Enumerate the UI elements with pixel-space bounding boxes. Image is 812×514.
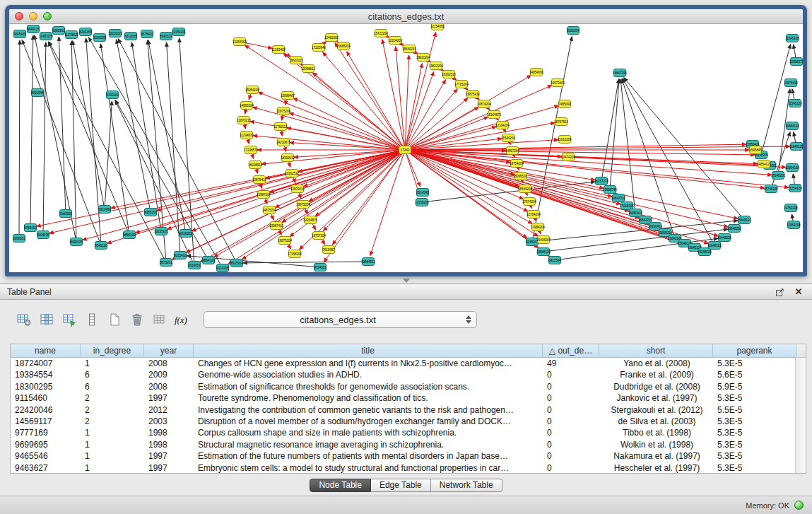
graph-node[interactable]: 11234870 [240, 132, 254, 139]
delete-table-icon[interactable] [129, 311, 146, 328]
graph-node[interactable]: 9385201 [144, 209, 157, 216]
graph-node[interactable]: 8021548 [31, 89, 44, 97]
table-row[interactable]: 1830029562008Estimation of significance … [11, 381, 795, 392]
graph-node[interactable]: 8490125 [70, 238, 83, 246]
column-header-in_degree[interactable]: in_degree [81, 344, 144, 358]
graph-node[interactable]: 17220648 [312, 44, 326, 52]
graph-node[interactable]: 16028514 [248, 161, 263, 169]
graph-node[interactable]: 8096520 [514, 173, 527, 180]
graph-node[interactable]: 13987410 [269, 222, 284, 230]
graph-node[interactable]: 2050051 [13, 235, 25, 243]
graph-node[interactable]: 8921504 [548, 257, 561, 264]
graph-node[interactable]: 7615487 [322, 246, 335, 254]
table-row[interactable]: 977716911998Corpus callosum shape and si… [11, 427, 795, 438]
table-row[interactable]: 969969511998Structural magnetic resonanc… [11, 439, 795, 450]
graph-node[interactable]: 8203155 [79, 28, 92, 36]
graph-node[interactable]: 15722204 [374, 30, 389, 37]
graph-node[interactable]: 13870215 [237, 117, 252, 124]
minimize-window-button[interactable] [29, 12, 37, 21]
graph-node[interactable]: 10220105 [108, 30, 123, 37]
column-header-short[interactable]: short [599, 344, 713, 358]
graph-node[interactable]: 2616052 [180, 230, 192, 238]
graph-node[interactable]: 10481178 [39, 33, 53, 40]
graph-node[interactable]: 1595845 [749, 146, 762, 154]
graph-node[interactable]: 11848120 [789, 143, 803, 151]
column-header-out_de[interactable]: △ out_de… [543, 344, 599, 358]
table-row[interactable]: 946554611997Estimation of the future num… [11, 450, 795, 462]
graph-node[interactable]: 10584120 [536, 248, 551, 256]
split-handle[interactable] [401, 279, 411, 283]
table-row[interactable]: 946362711997Embryonic stem cells: a mode… [11, 462, 795, 473]
graph-node[interactable]: 12870215 [290, 185, 305, 193]
graph-node[interactable]: 9285910 [52, 27, 65, 35]
column-header-title[interactable]: title [194, 344, 543, 358]
graph-node[interactable]: 16348205 [771, 172, 786, 180]
graph-node[interactable]: 12154093 [430, 24, 445, 30]
graph-node[interactable]: 15494204 [536, 236, 551, 244]
graph-node[interactable]: 8540129 [160, 33, 172, 40]
show-columns-icon[interactable] [38, 311, 55, 328]
graph-node[interactable]: 18754204 [510, 160, 524, 168]
graph-node[interactable]: 18757204 [312, 232, 326, 240]
graph-node[interactable]: 16640215 [402, 45, 417, 53]
graph-node[interactable]: 13984204 [531, 223, 546, 231]
graph-node[interactable]: 16950410 [628, 209, 643, 217]
graph-node[interactable]: 16157278 [594, 177, 609, 185]
table-row[interactable]: 1872400712008Changes of HCN gene express… [11, 358, 795, 369]
graph-node[interactable]: 14957204 [505, 147, 520, 155]
new-file-icon[interactable] [106, 311, 123, 328]
graph-node[interactable]: 11544204 [501, 134, 515, 142]
graph-node[interactable]: 11215408 [271, 46, 286, 54]
graph-node[interactable]: 13875204 [296, 201, 311, 209]
graph-hub-node[interactable]: 17240 [399, 146, 411, 154]
graph-node[interactable]: 14210875 [276, 139, 291, 146]
close-window-button[interactable] [15, 12, 23, 21]
graph-node[interactable]: 2103110 [106, 91, 119, 99]
table-row[interactable]: 2242004622012Investigating the contribut… [11, 404, 795, 416]
graph-node[interactable]: 16162515 [442, 71, 457, 78]
graph-node[interactable]: 8875201 [160, 259, 172, 267]
graph-node[interactable]: 18757513 [554, 118, 569, 126]
graph-node[interactable]: 12752112 [273, 123, 288, 131]
graph-node[interactable]: 9160352 [59, 210, 72, 218]
graph-node[interactable]: 10684120 [785, 122, 800, 130]
graph-node[interactable]: 12104204 [495, 122, 510, 129]
table-scrollbar[interactable] [795, 358, 806, 473]
graph-node[interactable]: 18610204 [416, 54, 431, 62]
graph-node[interactable]: 9724502 [314, 264, 326, 271]
graph-node[interactable]: 9545120 [95, 242, 107, 250]
graph-node[interactable]: 12784204 [526, 211, 541, 218]
graph-node[interactable]: 14985204 [240, 102, 254, 110]
graph-node[interactable]: 11279525 [64, 31, 78, 39]
graph-node[interactable]: 16875410 [466, 90, 481, 98]
graph-node[interactable]: 10474204 [561, 153, 576, 161]
window-titlebar[interactable]: citations_edges.txt [9, 9, 803, 24]
graph-node[interactable]: 10235105 [154, 228, 169, 235]
graph-node[interactable]: 9310205 [216, 264, 229, 272]
graph-node[interactable]: 15054108 [245, 86, 260, 94]
graph-node[interactable]: 12875410 [252, 176, 267, 184]
graph-node[interactable]: 17674204 [522, 198, 537, 206]
graph-node[interactable]: 12058612 [301, 65, 316, 73]
graph-node[interactable]: 8694201 [123, 231, 136, 239]
column-header-name[interactable]: name [11, 344, 81, 358]
graph-node[interactable]: 17158204 [288, 250, 302, 258]
graph-node[interactable]: 11254108 [788, 185, 802, 192]
graph-node[interactable]: 16648205 [727, 225, 742, 233]
graph-node[interactable]: 10099487 [281, 92, 295, 100]
column-header-year[interactable]: year [144, 344, 194, 358]
graph-node[interactable]: 16048125 [707, 242, 722, 250]
tab-node-table[interactable]: Node Table [310, 479, 371, 492]
graph-node[interactable]: 9310458 [98, 206, 111, 214]
graph-node[interactable]: 17715204 [454, 81, 469, 88]
graph-node[interactable]: 16875204 [278, 237, 293, 245]
graph-node[interactable]: 14854093 [529, 69, 544, 76]
graph-node[interactable]: 9884120 [202, 257, 215, 264]
graph-node[interactable]: 12058371 [789, 58, 803, 66]
graph-node[interactable]: 12204875 [303, 216, 318, 224]
graph-node[interactable]: 14854123 [757, 160, 772, 168]
graph-node[interactable]: 16647294 [613, 69, 628, 77]
table-row[interactable]: 1456911722003Disruption of a novel membe… [11, 416, 795, 427]
graph-node[interactable]: 11545108 [785, 35, 799, 42]
graph-node[interactable]: 17238570 [244, 146, 259, 154]
